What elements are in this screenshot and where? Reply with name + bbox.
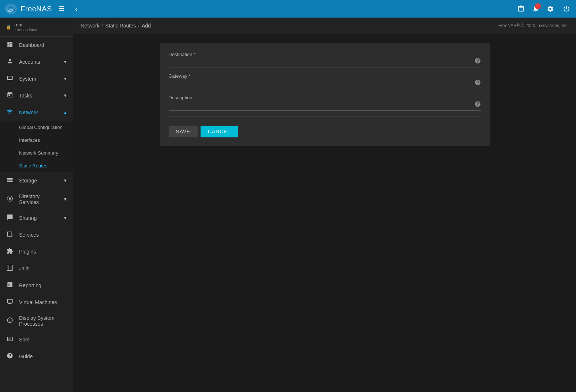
topbar-left: 🐟 FreeNAS ☰ ‹ — [4, 2, 81, 15]
directory-services-icon — [6, 195, 14, 203]
sidebar-item-dashboard[interactable]: Dashboard — [0, 37, 73, 53]
sidebar-item-label: Accounts — [19, 59, 40, 65]
sidebar-item-label: Network — [19, 110, 38, 115]
power-icon[interactable] — [561, 4, 572, 14]
notification-button[interactable]: 1 — [532, 5, 539, 13]
arrow-icon: ▼ — [63, 215, 67, 221]
sidebar-item-label: Tasks — [19, 93, 32, 99]
sidebar-item-plugins[interactable]: Plugins — [0, 243, 73, 260]
form-divider — [169, 117, 481, 117]
app-logo: 🐟 FreeNAS — [4, 2, 52, 15]
sidebar-item-directory-services[interactable]: Directory Services ▼ — [0, 189, 73, 210]
arrow-icon: ▼ — [63, 178, 67, 183]
sidebar-item-virtual-machines[interactable]: Virtual Machines — [0, 294, 73, 311]
sidebar-item-services[interactable]: Services — [0, 226, 73, 243]
destination-help-icon[interactable] — [474, 58, 481, 66]
destination-row: Destination * — [169, 52, 481, 67]
sharing-icon — [6, 214, 14, 222]
arrow-icon: ▲ — [63, 110, 67, 115]
form-actions: SAVE CANCEL — [169, 123, 481, 137]
cancel-button[interactable]: CANCEL — [201, 126, 238, 137]
sidebar-item-label: Display System Processes — [19, 315, 67, 327]
sidebar-item-label: Sharing — [19, 215, 37, 221]
notification-badge: 1 — [535, 3, 541, 9]
save-button[interactable]: SAVE — [169, 126, 198, 137]
tasks-icon — [6, 92, 14, 100]
vm-icon — [6, 298, 14, 306]
sidebar-item-guide[interactable]: Guide — [0, 348, 73, 365]
arrow-icon: ▼ — [63, 197, 67, 202]
sidebar-item-tasks[interactable]: Tasks ▼ — [0, 87, 73, 104]
breadcrumb-bar: Network / Static Routes / Add FreeNAS® ©… — [73, 18, 576, 34]
accounts-icon — [6, 58, 14, 66]
topbar: 🐟 FreeNAS ☰ ‹ 1 — [0, 0, 576, 18]
topbar-right: 1 — [516, 4, 572, 14]
sidebar-item-network[interactable]: Network ▲ — [0, 104, 73, 121]
logo-text: FreeNAS — [21, 5, 52, 13]
form-card: Destination * Gateway * — [160, 43, 490, 146]
gateway-field: Gateway * — [169, 73, 481, 89]
plugins-icon — [6, 248, 14, 256]
network-submenu: Global Configuration Interfaces Network … — [0, 121, 73, 172]
main-layout: 🔒 root freenas.local Dashboard Accounts … — [0, 18, 576, 392]
sidebar-item-reporting[interactable]: Reporting — [0, 277, 73, 294]
gateway-help-icon[interactable] — [474, 79, 481, 87]
destination-input[interactable] — [169, 52, 472, 66]
settings-icon[interactable] — [545, 4, 555, 14]
sidebar-item-label: Virtual Machines — [19, 299, 57, 305]
sidebar-item-label: Directory Services — [19, 193, 58, 205]
sidebar-item-system[interactable]: System ▼ — [0, 70, 73, 87]
network-summary-label: Network Summary — [19, 150, 58, 156]
clipboard-icon[interactable] — [516, 4, 526, 14]
sidebar-item-static-routes[interactable]: Static Routes — [0, 159, 73, 172]
global-config-label: Global Configuration — [19, 125, 63, 130]
description-row: Description — [169, 95, 481, 111]
description-input[interactable] — [169, 95, 472, 109]
user-info: root freenas.local — [14, 22, 37, 32]
sidebar-item-display-system-processes[interactable]: Display System Processes — [0, 311, 73, 331]
system-icon — [6, 75, 14, 83]
sidebar-item-label: Jails — [19, 266, 29, 271]
processes-icon — [6, 317, 14, 325]
svg-text:🐟: 🐟 — [6, 4, 16, 14]
sidebar-item-label: Plugins — [19, 249, 36, 255]
sidebar-item-network-summary[interactable]: Network Summary — [0, 147, 73, 159]
sidebar-item-sharing[interactable]: Sharing ▼ — [0, 210, 73, 226]
sidebar-user: 🔒 root freenas.local — [0, 18, 73, 37]
sidebar-item-label: Shell — [19, 337, 30, 343]
breadcrumb-network[interactable]: Network — [81, 23, 99, 29]
back-icon[interactable]: ‹ — [71, 4, 81, 14]
menu-icon[interactable]: ☰ — [56, 4, 67, 14]
description-help-icon[interactable] — [474, 101, 481, 109]
lock-icon: 🔒 — [6, 25, 11, 30]
sidebar-item-shell[interactable]: Shell — [0, 331, 73, 348]
sidebar-item-label: Dashboard — [19, 42, 44, 48]
sidebar-item-label: Storage — [19, 178, 37, 184]
sidebar-item-jails[interactable]: Jails — [0, 260, 73, 277]
sidebar-item-accounts[interactable]: Accounts ▼ — [0, 53, 73, 70]
svg-rect-4 — [7, 265, 13, 271]
reporting-icon — [6, 281, 14, 289]
sidebar-item-interfaces[interactable]: Interfaces — [0, 134, 73, 147]
gateway-input[interactable] — [169, 73, 472, 87]
breadcrumb-add: Add — [142, 23, 151, 29]
breadcrumb-static-routes[interactable]: Static Routes — [105, 23, 136, 29]
breadcrumb: Network / Static Routes / Add — [81, 23, 151, 29]
guide-icon — [6, 352, 14, 360]
services-icon — [6, 231, 14, 239]
sidebar-item-label: System — [19, 76, 36, 82]
sidebar: 🔒 root freenas.local Dashboard Accounts … — [0, 18, 73, 392]
storage-icon — [6, 177, 14, 185]
hostname: freenas.local — [14, 27, 37, 32]
description-field: Description — [169, 95, 481, 111]
arrow-icon: ▼ — [63, 59, 67, 64]
static-routes-label: Static Routes — [19, 163, 47, 169]
breadcrumb-sep-2: / — [138, 23, 140, 29]
sidebar-item-storage[interactable]: Storage ▼ — [0, 172, 73, 189]
jails-icon — [6, 265, 14, 273]
logo-icon: 🐟 — [4, 2, 18, 15]
svg-point-3 — [9, 197, 11, 200]
breadcrumb-sep-1: / — [102, 23, 103, 29]
sidebar-item-label: Reporting — [19, 282, 41, 288]
sidebar-item-global-config[interactable]: Global Configuration — [0, 121, 73, 134]
